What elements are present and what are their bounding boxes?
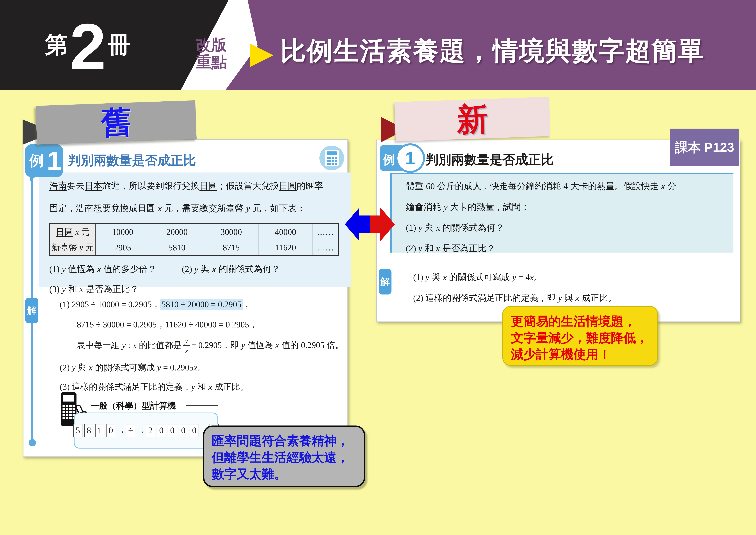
table-row: 日圓 x 元 10000 20000 30000 40000 …… — [50, 224, 338, 240]
old-example-card: 例 1 判別兩數量是否成正比 浩南要去日本旅遊，所以要到銀行兌換日圓；假設當天兌… — [23, 139, 348, 457]
table-cell: 40000 — [258, 224, 312, 240]
volume-prefix: 第 — [45, 30, 68, 61]
table-cell: 20000 — [150, 224, 204, 240]
old-question-2: (2) y 與 x 的關係式為何？ — [182, 264, 280, 274]
new-example-badge-label: 例 — [383, 152, 395, 168]
calculator-label-rule — [186, 405, 218, 406]
new-problem-box: 體重 60 公斤的成人，快走每分鐘約消耗 4 大卡的熱量。假設快走 x 分 鐘會… — [390, 173, 734, 253]
old-solution-line4: (2) y 與 x 的關係式可寫成 y = 0.2905x。 — [60, 362, 351, 374]
table-cell: 2905 — [95, 240, 150, 256]
compare-arrows — [345, 204, 395, 245]
old-solution-line1: (1) 2905 ÷ 10000 = 0.2905，5810 ÷ 20000 =… — [60, 299, 351, 310]
callout-line: 但離學生生活經驗太遠， — [212, 449, 357, 465]
old-example-title: 判別兩數量是否成正比 — [68, 152, 196, 169]
old-problem-line2: 固定，浩南想要兌換成日圓 x 元，需要繳交新臺幣 y 元，如下表： — [49, 202, 344, 214]
old-solution-line5: (3) 這樣的關係式滿足正比的定義，y 和 x 成正比。 — [60, 381, 351, 393]
calculator-type-label: 一般（科學）型計算機 — [91, 400, 176, 411]
keystroke-sequence: 5810→÷→20000→= — [74, 412, 218, 449]
old-problem-line1: 浩南要去日本旅遊，所以要到銀行兌換日圓；假設當天兌換日圓的匯率 — [49, 180, 344, 192]
new-version-callout: 更簡易的生活情境題， 文字量減少，難度降低， 減少計算機使用！ — [502, 306, 658, 366]
header-band: 第 2 冊 改版 重點 比例生活素養題，情境與數字超簡單 — [0, 0, 756, 90]
old-example-badge-number: 1 — [47, 148, 62, 174]
old-solution: (1) 2905 ÷ 10000 = 0.2905，5810 ÷ 20000 =… — [60, 299, 351, 393]
calculator-glyph — [324, 149, 339, 167]
new-example-badge-number: 1 — [405, 149, 415, 167]
page-title: 比例生活素養題，情境與數字超簡單 — [281, 34, 705, 69]
table-cell: 5810 — [150, 240, 204, 256]
old-example-badge: 例 1 — [25, 144, 63, 177]
new-example-badge: 例 1 — [380, 145, 405, 171]
title-arrow-icon — [250, 44, 273, 67]
new-banner-label: 新 — [456, 103, 489, 135]
new-question-2: (2) y 和 x 是否為正比？ — [406, 242, 724, 254]
callout-line: 更簡易的生活情境題， — [511, 313, 649, 329]
table-cell: …… — [313, 224, 338, 240]
old-card-stem-dot — [29, 439, 36, 446]
callout-line: 減少計算機使用！ — [511, 346, 649, 362]
callout-line: 文字量減少，難度降低， — [511, 329, 649, 346]
textbook-page-badge: 課本 P123 — [670, 128, 740, 166]
table-header-ntd: 新臺幣 y 元 — [50, 240, 95, 256]
old-banner: 舊 — [36, 100, 197, 145]
old-question-3: (3) y 和 x 是否為正比？ — [49, 283, 344, 295]
old-questions-row1: (1) y 值恆為 x 值的多少倍？ (2) y 與 x 的關係式為何？ — [49, 263, 344, 275]
exchange-table: 日圓 x 元 10000 20000 30000 40000 …… 新臺幣 y … — [49, 223, 339, 256]
callout-line: 匯率問題符合素養精神， — [212, 432, 357, 449]
slide: 第 2 冊 改版 重點 比例生活素養題，情境與數字超簡單 舊 新 課本 P123… — [0, 0, 756, 535]
table-cell: 8715 — [204, 240, 258, 256]
table-cell: 10000 — [95, 224, 150, 240]
new-example-title: 判別兩數量是否成正比 — [426, 151, 554, 168]
new-solve-badge: 解 — [379, 269, 392, 295]
old-solution-line3: 表中每一組 y : x 的比值都是yx= 0.2905，即 y 值恆為 x 值的… — [77, 337, 351, 354]
old-example-badge-label: 例 — [29, 151, 44, 171]
volume-label: 第 2 冊 — [45, 0, 131, 90]
table-header-yen: 日圓 x 元 — [50, 224, 95, 240]
callout-line: 數字又太難。 — [212, 465, 357, 482]
revision-badge-line2: 重點 — [192, 53, 231, 70]
old-version-callout: 匯率問題符合素養精神， 但離學生生活經驗太遠， 數字又太難。 — [203, 426, 365, 487]
new-example-badge-circle: 1 — [395, 143, 425, 173]
table-cell: 11620 — [258, 240, 312, 256]
revision-badge: 改版 重點 — [192, 36, 231, 70]
volume-suffix: 冊 — [108, 30, 131, 61]
new-solution-line2: (2) 這樣的關係式滿足正比的定義，即 y 與 x 成正比。 — [413, 292, 730, 304]
old-question-1: (1) y 值恆為 x 值的多少倍？ — [49, 264, 156, 274]
old-problem-box: 浩南要去日本旅遊，所以要到銀行兌換日圓；假設當天兌換日圓的匯率 固定，浩南想要兌… — [39, 173, 351, 287]
old-banner-label: 舊 — [100, 106, 132, 139]
new-problem-line2: 鐘會消耗 y 大卡的熱量，試問： — [406, 201, 724, 213]
table-row: 新臺幣 y 元 2905 5810 8715 11620 …… — [50, 240, 338, 256]
table-cell: …… — [313, 240, 338, 256]
old-solution-line2: 8715 ÷ 30000 = 0.2905，11620 ÷ 40000 = 0.… — [77, 319, 351, 330]
calculator-allowed-icon — [319, 146, 344, 170]
new-question-1: (1) y 與 x 的關係式為何？ — [406, 222, 724, 234]
new-problem-line1: 體重 60 公斤的成人，快走每分鐘約消耗 4 大卡的熱量。假設快走 x 分 — [406, 180, 724, 192]
new-solution: (1) y 與 x 的關係式可寫成 y = 4x。 (2) 這樣的關係式滿足正比… — [413, 271, 730, 304]
old-solve-badge: 解 — [25, 298, 38, 323]
new-example-card: 例 1 判別兩數量是否成正比 體重 60 公斤的成人，快走每分鐘約消耗 4 大卡… — [376, 140, 740, 322]
table-cell: 30000 — [204, 224, 258, 240]
new-banner: 新 — [394, 97, 551, 141]
volume-number: 2 — [70, 17, 106, 76]
new-solution-line1: (1) y 與 x 的關係式可寫成 y = 4x。 — [413, 271, 730, 283]
revision-badge-line1: 改版 — [192, 36, 231, 53]
